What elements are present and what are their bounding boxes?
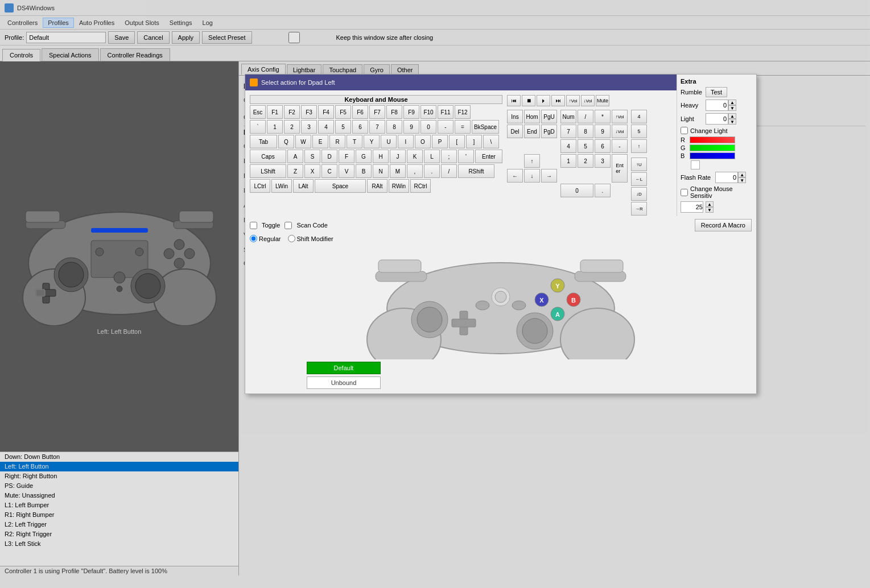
key-num4[interactable]: 4	[560, 139, 576, 153]
key-1[interactable]: 1	[267, 120, 283, 134]
key-5-extra[interactable]: 5	[631, 125, 647, 138]
mouse-sensitivity-input[interactable]: 25	[681, 201, 703, 213]
key-f6[interactable]: F6	[352, 105, 368, 119]
key-ralt[interactable]: RAlt	[367, 179, 387, 193]
g-color-bar[interactable]	[690, 144, 735, 151]
key-r[interactable]: R	[329, 135, 345, 148]
key-d[interactable]: D	[321, 150, 337, 163]
mouse-up-btn[interactable]: ▲	[706, 201, 714, 207]
key-lshift[interactable]: LShift	[250, 164, 286, 178]
key-num-div[interactable]: /	[578, 110, 593, 123]
key-rwin[interactable]: RWin	[389, 179, 409, 193]
key-6[interactable]: 6	[352, 120, 368, 134]
key-del[interactable]: Del	[507, 125, 523, 138]
heavy-up-btn[interactable]: ▲	[728, 100, 736, 105]
record-macro-button[interactable]: Record A Macro	[695, 219, 752, 231]
key-u[interactable]: U	[381, 135, 397, 148]
key-num3[interactable]: 3	[595, 154, 611, 168]
flash-up-btn[interactable]: ▲	[738, 172, 746, 177]
key-num2[interactable]: 2	[578, 154, 593, 168]
light-up-btn[interactable]: ▲	[728, 113, 736, 119]
key-comma[interactable]: ,	[407, 164, 423, 178]
heavy-down-btn[interactable]: ▼	[728, 105, 736, 111]
key-b[interactable]: B	[356, 164, 372, 178]
key-y[interactable]: Y	[364, 135, 380, 148]
mouse-down-btn[interactable]: ▼	[706, 207, 714, 213]
key-x[interactable]: X	[304, 164, 320, 178]
key-l[interactable]: L	[424, 150, 440, 163]
color-swatch[interactable]	[691, 160, 700, 169]
key-num6[interactable]: 6	[595, 139, 611, 153]
key-0[interactable]: 0	[420, 120, 436, 134]
key-num9[interactable]: 9	[595, 125, 611, 138]
key-up[interactable]: ↑	[524, 154, 540, 168]
key-num-minus2[interactable]: -	[612, 139, 628, 153]
key-z[interactable]: Z	[287, 164, 303, 178]
key-3[interactable]: 3	[301, 120, 317, 134]
key-k[interactable]: K	[407, 150, 423, 163]
key-num1[interactable]: 1	[560, 154, 576, 168]
key-4[interactable]: 4	[318, 120, 334, 134]
key-extra-l[interactable]: ←L	[631, 172, 647, 186]
key-f12[interactable]: F12	[455, 105, 471, 119]
change-mouse-checkbox[interactable]	[681, 189, 688, 196]
key-c[interactable]: C	[321, 164, 337, 178]
key-extra-d[interactable]: ↓D	[631, 187, 647, 201]
key-lctrl[interactable]: LCtrl	[250, 179, 270, 193]
key-7[interactable]: 7	[369, 120, 385, 134]
key-num[interactable]: Num	[560, 110, 576, 123]
key-num-vol-up[interactable]: ↑Vol	[612, 110, 628, 123]
key-t[interactable]: T	[347, 135, 362, 148]
key-f1[interactable]: F1	[267, 105, 283, 119]
key-w[interactable]: W	[295, 135, 311, 148]
key-lalt[interactable]: LAlt	[293, 179, 314, 193]
key-period[interactable]: .	[424, 164, 440, 178]
flash-rate-input[interactable]: 0	[715, 172, 738, 183]
key-j[interactable]: J	[390, 150, 406, 163]
key-down[interactable]: ↓	[524, 169, 540, 183]
key-slash[interactable]: /	[441, 164, 457, 178]
heavy-input[interactable]: 0	[706, 100, 728, 111]
key-minus[interactable]: -	[438, 120, 453, 134]
light-down-btn[interactable]: ▼	[728, 119, 736, 125]
key-ins[interactable]: Ins	[507, 110, 523, 123]
default-button[interactable]: Default	[307, 362, 381, 374]
key-e[interactable]: E	[312, 135, 328, 148]
key-m[interactable]: M	[390, 164, 406, 178]
key-vol-down[interactable]: ↓Vol	[581, 95, 595, 106]
key-f4[interactable]: F4	[318, 105, 334, 119]
key-semicolon[interactable]: ;	[441, 150, 457, 163]
key-i[interactable]: I	[398, 135, 414, 148]
key-o[interactable]: O	[415, 135, 431, 148]
key-esc[interactable]: Esc	[250, 105, 266, 119]
key-caps[interactable]: Caps	[250, 150, 286, 163]
key-f2[interactable]: F2	[284, 105, 300, 119]
key-num0[interactable]: 0	[560, 184, 593, 197]
key-extra-arrow[interactable]: ↑	[631, 139, 647, 153]
key-pgup[interactable]: PgU	[541, 110, 557, 123]
key-q[interactable]: Q	[278, 135, 294, 148]
key-home[interactable]: Hom	[524, 110, 540, 123]
radio-shift-label[interactable]: Shift Modifier	[288, 235, 333, 242]
key-num8[interactable]: 8	[578, 125, 593, 138]
key-lwin[interactable]: LWin	[271, 179, 292, 193]
key-g[interactable]: G	[356, 150, 372, 163]
key-backslash[interactable]: \	[483, 135, 499, 148]
key-rctrl[interactable]: RCtrl	[410, 179, 431, 193]
key-h[interactable]: H	[373, 150, 389, 163]
key-f11[interactable]: F11	[438, 105, 453, 119]
unbound-button[interactable]: Unbound	[307, 376, 381, 389]
key-p[interactable]: P	[432, 135, 448, 148]
key-f10[interactable]: F10	[420, 105, 436, 119]
key-next[interactable]: ⏭	[551, 95, 565, 106]
key-num-enter[interactable]: Enter	[612, 154, 628, 183]
key-f[interactable]: F	[339, 150, 354, 163]
key-backspace[interactable]: BkSpace	[472, 120, 499, 134]
flash-down-btn[interactable]: ▼	[738, 177, 746, 183]
key-lbracket[interactable]: [	[449, 135, 465, 148]
key-2[interactable]: 2	[284, 120, 300, 134]
key-right[interactable]: →	[541, 169, 557, 183]
radio-regular-label[interactable]: Regular	[250, 235, 281, 242]
light-input[interactable]: 0	[706, 113, 728, 125]
key-v[interactable]: V	[339, 164, 354, 178]
